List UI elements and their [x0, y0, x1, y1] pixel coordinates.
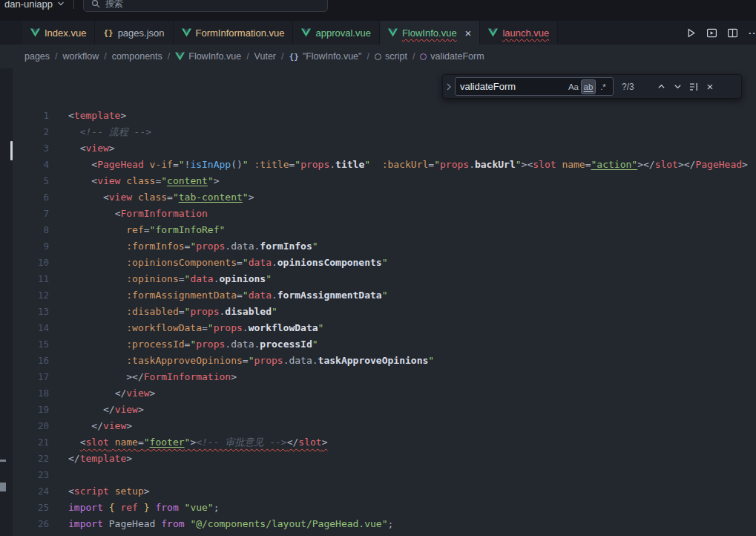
- tab-flowinfo-vue[interactable]: FlowInfo.vue×: [380, 21, 480, 45]
- code-line[interactable]: 8 ref="formInfoRef": [13, 222, 756, 238]
- find-input-box[interactable]: Aa ab .*: [455, 77, 614, 96]
- code-line[interactable]: 7 <FormInformation: [13, 206, 756, 222]
- code-text: :formAssignmentData="data.formAssignment…: [49, 287, 388, 304]
- code-line[interactable]: 6 <view class="tab-content">: [13, 189, 756, 206]
- indent: [68, 175, 91, 186]
- code-line[interactable]: 15 :processId="props.data.processId": [13, 336, 756, 353]
- line-number[interactable]: 15: [13, 336, 49, 353]
- line-number[interactable]: 6: [13, 189, 49, 206]
- previous-match-button[interactable]: [653, 79, 669, 95]
- split-editor-icon[interactable]: [727, 27, 738, 39]
- breadcrumb-label: validateForm: [430, 51, 484, 62]
- line-number[interactable]: 2: [13, 124, 49, 140]
- line-number[interactable]: 23: [13, 467, 49, 483]
- breadcrumb-item-vuter[interactable]: Vuter: [254, 51, 276, 62]
- global-search-box[interactable]: 搜索: [83, 0, 328, 12]
- run-debug-icon[interactable]: [706, 27, 717, 39]
- json-file-icon: {}: [103, 28, 113, 38]
- code-line[interactable]: 10 :opinionsComponents="data.opinionsCom…: [13, 255, 756, 271]
- code-line[interactable]: 5 <view class="content">: [13, 173, 756, 189]
- code-line[interactable]: 1<template>: [13, 108, 756, 124]
- line-number[interactable]: 13: [13, 304, 49, 320]
- line-number[interactable]: 12: [13, 287, 49, 304]
- tab-index-vue[interactable]: Index.vue: [22, 21, 95, 45]
- line-number[interactable]: 5: [13, 173, 49, 189]
- code-line[interactable]: 2 <!-- 流程 -->: [13, 124, 756, 140]
- close-find-icon[interactable]: ×: [702, 79, 718, 95]
- line-number[interactable]: 7: [13, 206, 49, 222]
- next-match-button[interactable]: [669, 79, 686, 95]
- line-number[interactable]: 10: [13, 255, 49, 271]
- more-actions-icon[interactable]: ⋯: [748, 26, 756, 40]
- line-number[interactable]: 11: [13, 271, 49, 287]
- match-case-button[interactable]: Aa: [566, 79, 581, 94]
- tab-approval-vue[interactable]: approval.vue: [293, 21, 379, 45]
- code-line[interactable]: 23: [13, 467, 756, 483]
- code-line[interactable]: 4 <PageHead v-if="!isInApp()" :title="pr…: [13, 157, 756, 173]
- line-number[interactable]: 26: [13, 516, 49, 532]
- line-number[interactable]: 24: [13, 483, 49, 500]
- whole-word-button[interactable]: ab: [581, 79, 596, 94]
- line-number[interactable]: 8: [13, 222, 49, 238]
- code-token: props: [196, 241, 225, 252]
- code-line[interactable]: 14 :workflowData="props.workflowData": [13, 320, 756, 336]
- line-number[interactable]: 16: [13, 353, 49, 369]
- code-line[interactable]: 21 <slot name="footer"><!-- 审批意见 --></sl…: [13, 434, 756, 451]
- breadcrumb-separator: /: [281, 51, 283, 62]
- tab-close-icon[interactable]: ×: [465, 27, 472, 39]
- code-line[interactable]: 17 ></FormInformation>: [13, 369, 756, 385]
- line-number[interactable]: 21: [13, 434, 49, 451]
- code-editor[interactable]: 1<template>2 <!-- 流程 -->3 <view>4 <PageH…: [13, 68, 756, 536]
- code-token: ": [428, 355, 434, 366]
- breadcrumb-item-components[interactable]: components: [112, 51, 162, 62]
- breadcrumb-item-pages[interactable]: pages: [24, 51, 50, 62]
- search-label: 搜索: [105, 0, 123, 10]
- code-token: =: [167, 192, 173, 203]
- line-number[interactable]: 9: [13, 238, 49, 255]
- code-token: =: [144, 224, 150, 235]
- code-line[interactable]: 9 :formInfos="props.data.formInfos": [13, 238, 756, 255]
- breadcrumb-item--flowinfo-vue-[interactable]: {}"FlowInfo.vue": [289, 51, 362, 62]
- tab-launch-vue[interactable]: launch.vue: [480, 21, 558, 45]
- code-line[interactable]: 20 </view>: [13, 418, 756, 434]
- line-number[interactable]: 14: [13, 320, 49, 336]
- code-line[interactable]: 13 :disabled="props.disabled": [13, 304, 756, 320]
- tab-forminformation-vue[interactable]: FormInformation.vue: [174, 21, 294, 45]
- line-number[interactable]: 22: [13, 451, 49, 467]
- indent: [68, 159, 91, 170]
- line-number[interactable]: 19: [13, 402, 49, 418]
- find-input[interactable]: [457, 81, 566, 92]
- regex-button[interactable]: .*: [596, 79, 611, 94]
- line-number[interactable]: 25: [13, 500, 49, 516]
- breadcrumb-item-workflow[interactable]: workflow: [63, 51, 99, 62]
- code-line[interactable]: 18 </view>: [13, 385, 756, 402]
- tab-label: Index.vue: [45, 27, 86, 39]
- code-line[interactable]: 11 :opinions="data.opinions": [13, 271, 756, 287]
- code-line[interactable]: 3 <view>: [13, 140, 756, 157]
- project-name[interactable]: dan-uniapp: [4, 0, 53, 10]
- code-line[interactable]: 25import { ref } from "vue";: [13, 500, 756, 516]
- toggle-replace-button[interactable]: [443, 75, 455, 98]
- line-number[interactable]: 20: [13, 418, 49, 434]
- breadcrumb-item-validateform[interactable]: validateForm: [420, 51, 484, 62]
- code-token: ": [272, 306, 277, 317]
- line-number[interactable]: 1: [13, 108, 49, 124]
- code-line[interactable]: 19 </view>: [13, 402, 756, 418]
- line-number[interactable]: 17: [13, 369, 49, 385]
- breadcrumb-item-script[interactable]: script: [375, 51, 407, 62]
- code-line[interactable]: 12 :formAssignmentData="data.formAssignm…: [13, 287, 756, 304]
- chevron-down-icon[interactable]: [57, 1, 65, 7]
- code-line[interactable]: 22</template>: [13, 451, 756, 467]
- breadcrumb-item-flowinfo-vue[interactable]: FlowInfo.vue: [175, 51, 241, 62]
- code-token: view: [85, 143, 108, 154]
- tab-pages-json[interactable]: {}pages.json: [95, 21, 173, 45]
- code-line[interactable]: 24<script setup>: [13, 483, 756, 500]
- code-line[interactable]: 16 :taskApproveOpinions="props.data.task…: [13, 353, 756, 369]
- find-in-selection-icon[interactable]: [686, 79, 702, 95]
- line-number[interactable]: 4: [13, 157, 49, 173]
- code-token: :formAssignmentData: [126, 290, 237, 301]
- run-icon[interactable]: [686, 27, 697, 39]
- line-number[interactable]: 18: [13, 385, 49, 402]
- line-number[interactable]: 3: [13, 140, 49, 157]
- code-line[interactable]: 26import PageHead from "@/components/lay…: [13, 516, 756, 532]
